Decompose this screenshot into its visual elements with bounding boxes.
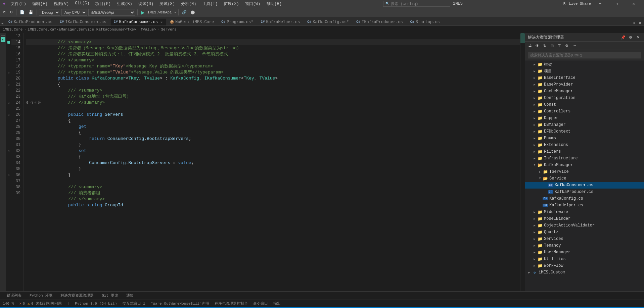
breadcrumb-path[interactable]: iMES.Core.KafkaManager.Service.KafkaCons… — [28, 28, 156, 32]
tree-item-kafkaproducer-cs[interactable]: C# KafkaProducer.cs — [525, 189, 644, 195]
bottom-tab-notify[interactable]: 通知 — [122, 292, 138, 299]
command-window-label[interactable]: 命令窗口 — [253, 301, 268, 306]
tree-item-baseprovider[interactable]: ▶ 📁 BaseProvider — [525, 81, 644, 88]
panel-pin-btn[interactable]: 📌 — [620, 34, 627, 41]
close-button[interactable]: ✕ — [626, 0, 641, 7]
tab-close-kafkaconsumer[interactable]: ✕ — [160, 20, 163, 24]
menu-analyze[interactable]: 分析(N) — [178, 0, 199, 7]
tree-item-iservice[interactable]: ▶ 📁 IService — [525, 168, 644, 175]
sync-btn[interactable]: ⇄ — [526, 42, 533, 49]
search-box[interactable]: 🔍 搜索 (Ctrl+Q) — [383, 1, 450, 7]
tree-item-project[interactable]: ▶ 📁 项目 — [525, 68, 644, 74]
menu-test[interactable]: 测试(S) — [157, 0, 178, 7]
tree-item-controllers[interactable]: ▶ 📁 Controllers — [525, 108, 644, 115]
bottom-tab-python[interactable]: Python 环境 — [26, 292, 56, 299]
tree-item-services[interactable]: ▶ 📁 Services — [525, 236, 644, 242]
settings-btn[interactable]: ⚙ — [563, 42, 570, 49]
project-select[interactable]: iMES.WebApi — [88, 9, 135, 16]
toolbar-save[interactable]: 💾 — [27, 9, 35, 15]
bottom-tab-git[interactable]: Git 更改 — [98, 292, 122, 299]
filter-btn[interactable]: ⊤ — [556, 42, 563, 49]
fold-icon[interactable]: ⊟ — [8, 101, 10, 104]
user-avatar[interactable]: R — [561, 1, 567, 7]
solution-search-input[interactable] — [528, 52, 641, 58]
python-env-label[interactable]: Python 3.9 (64-bit) — [75, 302, 117, 306]
tab-startup[interactable]: C# Startup.cs — [407, 18, 444, 25]
panel-close-btn[interactable]: ✕ — [635, 34, 641, 41]
menu-git[interactable]: Git(G) — [72, 0, 92, 7]
editor-scrollbar[interactable] — [520, 33, 525, 291]
breadcrumb-project[interactable]: iMES.Core — [3, 28, 22, 32]
tab-nuget[interactable]: 📦 NuGet: iMES.Core — [166, 18, 218, 25]
breadcrumb-member[interactable]: Servers — [161, 28, 177, 32]
tree-item-infrastructure[interactable]: ▶ 📁 Infrastructure — [525, 155, 644, 162]
debug-mode-select[interactable]: Debug — [39, 9, 60, 16]
tab-list-btn[interactable]: ≡ — [632, 20, 637, 25]
package-manager-label[interactable]: 程序包管理器控制台 — [215, 301, 248, 306]
code-content[interactable]: /// <summary> /// 消费者（Message.Key的数据类型为s… — [24, 33, 520, 291]
tab-kafkaconsumer[interactable]: C# KafkaConsumer.cs ✕ — [110, 18, 166, 25]
fold-icon[interactable]: ⊟ — [8, 83, 10, 86]
fold-icon[interactable]: ⊟ — [8, 174, 10, 177]
tree-item-kafkahelper-cs[interactable]: C# KafkaHelper.cs — [525, 202, 644, 209]
more-btn[interactable]: ⋯ — [571, 42, 578, 49]
tab-arrow-left[interactable]: ◀ — [1, 21, 3, 25]
minimize-button[interactable]: ─ — [592, 0, 608, 7]
menu-file[interactable]: 文件(F) — [8, 0, 29, 7]
toolbar-undo[interactable]: ↺ — [1, 9, 7, 15]
live-share-btn[interactable]: Live Share — [569, 2, 591, 6]
tree-item-objectactionvalidator[interactable]: ▶ 📁 ObjectActionValidator — [525, 222, 644, 229]
tab-kafkahelper[interactable]: C# KafkaHelper.cs — [257, 18, 304, 25]
tree-item-middleware[interactable]: ▶ 📁 Middleware — [525, 209, 644, 215]
toolbar-attach[interactable]: 🔗 — [181, 9, 188, 15]
fold-icon[interactable]: ⊟ — [8, 71, 10, 74]
tab-kafkaconfig[interactable]: C# KafkaConfig.cs* — [304, 18, 353, 25]
tree-item-usermanager[interactable]: ▶ 📁 UserManager — [525, 249, 644, 256]
tab-ikafkaproducer[interactable]: C# IKafkaProducer.cs — [353, 18, 406, 25]
tree-item-dapper[interactable]: ▶ 📁 Dapper — [525, 115, 644, 121]
tab-program[interactable]: C# Program.cs* — [218, 18, 257, 25]
terminal-label[interactable]: 交互式窗口 1 — [123, 301, 145, 306]
menu-tools[interactable]: 工具(T) — [200, 0, 221, 7]
tree-item-kafkaconfig-cs[interactable]: C# KafkaConfig.cs — [525, 195, 644, 202]
menu-window[interactable]: 窗口(W) — [242, 0, 263, 7]
menu-debug[interactable]: 调试(D) — [136, 0, 156, 7]
toolbar-breakpoints[interactable]: ⬤ — [189, 9, 196, 15]
tree-item-tenancy[interactable]: ▶ 📁 Tenancy — [525, 242, 644, 249]
fold-icon[interactable]: ⊟ — [8, 150, 10, 153]
tree-item-cachemanager[interactable]: ▶ 📁 CacheManager — [525, 88, 644, 95]
tree-item-service[interactable]: ▼ 📂 Service — [525, 175, 644, 182]
tree-item-enums[interactable]: ▶ 📁 Enums — [525, 135, 644, 142]
fold-icon[interactable]: ⊟ — [8, 113, 10, 116]
menu-extensions[interactable]: 扩展(X) — [221, 0, 242, 7]
refresh-btn[interactable]: ↻ — [541, 42, 548, 49]
error-count[interactable]: ✕ 0 ⚠ 0 未找到相关问题 — [19, 301, 62, 306]
zoom-level[interactable]: 140 % — [3, 302, 14, 306]
tree-item-quartz[interactable]: ▶ 📁 Quartz — [525, 229, 644, 236]
tree-item-const[interactable]: ▶ 📁 Const — [525, 101, 644, 108]
toolbar-redo[interactable]: ↻ — [8, 9, 14, 15]
menu-help[interactable]: 帮助(H) — [264, 0, 284, 7]
output-label[interactable]: 输出 — [273, 301, 281, 306]
tree-item-utilities[interactable]: ▶ 📁 Utilities — [525, 256, 644, 262]
bottom-tab-solution[interactable]: 解决方案资源管理器 — [56, 292, 98, 299]
tree-item-filters[interactable]: ▶ 📁 Filters — [525, 148, 644, 155]
tab-kafkaproducer[interactable]: C# KafkaProducer.cs — [5, 18, 56, 25]
tree-item-configuration[interactable]: ▶ 📁 Configuration — [525, 95, 644, 101]
platform-select[interactable]: Any CPU — [61, 9, 87, 16]
tree-item-kafkaconsumer-cs[interactable]: C# KafkaConsumer.cs — [525, 182, 644, 189]
menu-project[interactable]: 项目(P) — [93, 0, 113, 7]
bottom-tab-errors[interactable]: 错误列表 — [3, 292, 26, 299]
tree-item-modelbinder[interactable]: ▶ 📁 ModelBinder — [525, 215, 644, 222]
toolbar-new[interactable]: 📄 — [18, 9, 26, 15]
start-debug-button[interactable]: ▶ — [140, 9, 146, 16]
tree-item-kafkamanager[interactable]: ▼ 📂 KafkaManager — [525, 162, 644, 168]
tree-item-workflow[interactable]: ▶ 📁 WorkFlow — [525, 262, 644, 269]
tree-item-baseinterface[interactable]: ▶ 📁 BaseInterface — [525, 74, 644, 81]
tree-item-imescustom[interactable]: ▶ ⚙ iMES.Custom — [525, 269, 644, 276]
tree-item-dbmanager[interactable]: ▶ 📁 DBManager — [525, 121, 644, 128]
tree-item-framework[interactable]: ▶ 📁 框架 — [525, 61, 644, 68]
menu-edit[interactable]: 编辑(E) — [30, 0, 50, 7]
tree-item-extensions[interactable]: ▶ 📁 Extensions — [525, 142, 644, 148]
collapse-all-btn[interactable]: ⊟ — [549, 42, 555, 49]
